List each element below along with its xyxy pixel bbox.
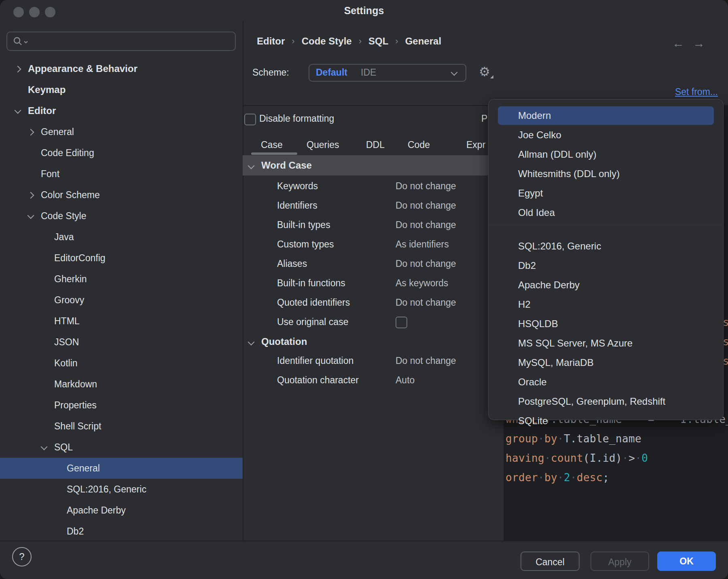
sidebar-item-gherkin[interactable]: Gherkin [0,268,243,290]
chevron-down-icon[interactable] [15,107,21,114]
tab-ddl[interactable]: DDL [366,139,385,150]
breadcrumb-item-editor[interactable]: Editor [257,36,285,47]
ok-button[interactable]: OK [657,552,716,571]
sidebar-item-general[interactable]: General [0,458,243,479]
sidebar-item-markdown[interactable]: Markdown [0,374,243,395]
section-header-quotation[interactable]: Quotation [243,332,504,352]
sidebar-item-code-editing[interactable]: Code Editing [0,142,243,163]
cancel-button[interactable]: Cancel [521,552,580,571]
popup-item-old-idea[interactable]: Old Idea [498,203,714,222]
sidebar-item-html[interactable]: HTML [0,311,243,332]
forward-arrow-icon[interactable]: → [693,36,705,50]
sidebar-item-db2[interactable]: Db2 [0,521,243,542]
popup-item-sql-2016-generic[interactable]: SQL:2016, Generic [498,237,714,256]
section-header-word-case[interactable]: Word Case [243,155,504,175]
code-text: (I.id) [583,452,622,464]
breadcrumb-item-general[interactable]: General [405,36,441,47]
sidebar-item-kotlin[interactable]: Kotlin [0,353,243,374]
sidebar-item-apache-derby[interactable]: Apache Derby [0,500,243,521]
code-text: > [629,452,635,464]
active-tab-underline [251,152,297,155]
setting-value-built-in-types[interactable]: Do not change [396,215,456,235]
sidebar-item-label: Code Style [41,205,87,226]
breadcrumb: Editor›Code Style›SQL›General [257,36,441,47]
scheme-select[interactable]: Default IDE [309,64,466,82]
setting-label-use-original-case: Use original case [277,312,348,332]
popup-item-db2[interactable]: Db2 [498,256,714,275]
popup-item-joe-celko[interactable]: Joe Celko [498,126,714,144]
setting-value-custom-types[interactable]: As identifiers [396,235,449,254]
breadcrumb-separator: › [395,36,398,46]
chevron-down-icon[interactable] [248,163,255,169]
popup-item-h2[interactable]: H2 [498,295,714,314]
sidebar-item-json[interactable]: JSON [0,332,243,353]
back-arrow-icon[interactable]: ← [672,36,684,50]
sidebar-item-editor[interactable]: Editor [0,100,243,121]
setting-value-identifiers[interactable]: Do not change [396,196,456,215]
popup-item-whitesmiths-ddl-only-[interactable]: Whitesmiths (DDL only) [498,165,714,183]
chevron-down-icon[interactable] [41,444,48,450]
set-from-popup: ModernJoe CelkoAllman (DDL only)Whitesmi… [488,99,724,420]
popup-item-postgresql-greenplum-redshift[interactable]: PostgreSQL, Greenplum, Redshift [498,392,714,411]
popup-item-allman-ddl-only-[interactable]: Allman (DDL only) [498,145,714,164]
popup-item-hsqldb[interactable]: HSQLDB [498,315,714,333]
setting-label-keywords: Keywords [277,176,318,196]
sidebar-item-font[interactable]: Font [0,163,243,184]
sidebar-item-label: Db2 [67,521,84,542]
sidebar-item-editorconfig[interactable]: EditorConfig [0,247,243,268]
sidebar-item-sql[interactable]: SQL [0,437,243,458]
set-from-link[interactable]: Set from... [675,87,718,97]
sidebar-item-general[interactable]: General [0,121,243,142]
sidebar-item-color-scheme[interactable]: Color Scheme [0,184,243,205]
sidebar-item-label: SQL:2016, Generic [67,479,146,500]
breadcrumb-item-sql[interactable]: SQL [368,36,388,47]
sidebar-item-keymap[interactable]: Keymap [0,79,243,100]
disable-formatting-checkbox[interactable] [244,114,256,125]
sidebar-item-appearance-behavior[interactable]: Appearance & Behavior [0,58,243,79]
chevron-down-icon[interactable] [28,212,34,219]
section-title: Word Case [261,155,312,175]
scheme-gear-icon[interactable]: ⚙ [479,66,490,78]
popup-item-sqlite[interactable]: SQLite [498,412,714,430]
chevron-right-icon[interactable] [28,129,34,136]
popup-item-label: Allman (DDL only) [518,145,597,164]
chevron-down-icon [451,69,458,76]
setting-value-quotation-character[interactable]: Auto [396,370,415,390]
sidebar-item-properties[interactable]: Properties [0,395,243,416]
sidebar-item-sql-2016-generic[interactable]: SQL:2016, Generic [0,479,243,500]
popup-item-ms-sql-server-ms-azure[interactable]: MS SQL Server, MS Azure [498,334,714,353]
section-title: Quotation [261,332,307,352]
sidebar-item-label: Kotlin [54,353,78,374]
popup-item-egypt[interactable]: Egypt [498,184,714,203]
code-text: · [538,433,544,445]
search-input[interactable] [6,32,236,51]
tab-case[interactable]: Case [261,139,283,150]
setting-value-identifier-quotation[interactable]: Do not change [396,351,456,370]
chevron-down-icon[interactable] [248,339,255,346]
code-keyword: desc [577,471,603,484]
popup-item-oracle[interactable]: Oracle [498,373,714,391]
apply-button[interactable]: Apply [590,552,649,571]
breadcrumb-item-code-style[interactable]: Code Style [302,36,352,47]
setting-value-quoted-identifiers[interactable]: Do not change [396,293,456,312]
popup-item-modern[interactable]: Modern [498,106,714,125]
setting-label-custom-types: Custom types [277,235,334,254]
tab-expr[interactable]: Expr [466,139,485,150]
popup-item-mysql-mariadb[interactable]: MySQL, MariaDB [498,353,714,372]
sidebar-item-code-style[interactable]: Code Style [0,205,243,226]
sidebar-item-groovy[interactable]: Groovy [0,290,243,311]
setting-value-keywords[interactable]: Do not change [396,176,456,196]
popup-item-label: Egypt [518,184,543,203]
sidebar-divider [243,21,243,541]
popup-item-apache-derby[interactable]: Apache Derby [498,276,714,294]
help-button[interactable]: ? [12,547,32,566]
setting-value-built-in-functions[interactable]: As keywords [396,273,448,293]
sidebar-item-shell-script[interactable]: Shell Script [0,416,243,437]
tab-code[interactable]: Code [408,139,430,150]
chevron-right-icon[interactable] [15,66,21,73]
chevron-right-icon[interactable] [28,192,34,199]
tab-queries[interactable]: Queries [307,139,339,150]
checkbox-use-original-case[interactable] [396,317,407,328]
sidebar-item-java[interactable]: Java [0,226,243,247]
setting-value-aliases[interactable]: Do not change [396,254,456,273]
